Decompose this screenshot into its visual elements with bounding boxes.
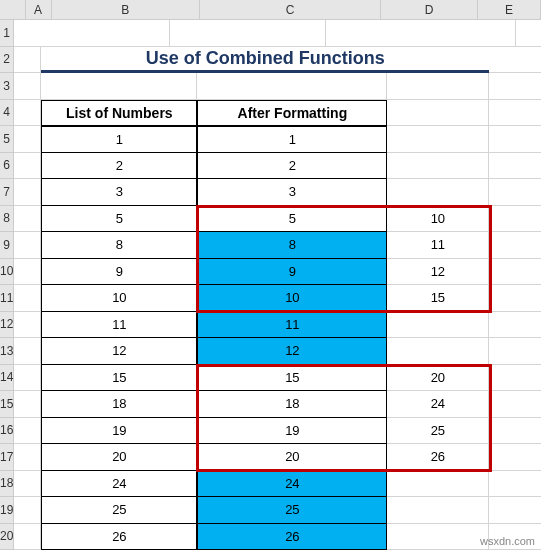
cell-B8[interactable]: 5 [41,206,197,233]
cell-E10[interactable] [489,259,541,286]
cell-D20[interactable] [387,524,489,551]
cell-D6[interactable] [387,153,489,180]
cell-E12[interactable] [489,312,541,339]
cell-D4[interactable] [387,100,489,127]
cell-E13[interactable] [489,338,541,365]
cell-A12[interactable] [14,312,41,339]
cell-E8[interactable] [489,206,541,233]
cell-C13[interactable]: 12 [197,338,387,365]
row-header-7[interactable]: 7 [0,179,13,206]
cell-D8[interactable]: 10 [387,206,489,233]
cell-A5[interactable] [14,126,41,153]
cell-D19[interactable] [387,497,489,524]
cell-C12[interactable]: 11 [197,312,387,339]
cell-E7[interactable] [489,179,541,206]
row-header-9[interactable]: 9 [0,232,13,259]
header-list-of-numbers[interactable]: List of Numbers [41,100,197,127]
cell-E18[interactable] [489,471,541,498]
cell-B16[interactable]: 19 [41,418,197,445]
cell-B14[interactable]: 15 [41,365,197,392]
cell-E19[interactable] [489,497,541,524]
cell-B9[interactable]: 8 [41,232,197,259]
cell-A2[interactable] [14,47,41,74]
cell-E11[interactable] [489,285,541,312]
cell-A16[interactable] [14,418,41,445]
cell-C10[interactable]: 9 [197,259,387,286]
row-header-10[interactable]: 10 [0,259,13,286]
cell-C5[interactable]: 1 [197,126,387,153]
cell-A4[interactable] [14,100,41,127]
row-header-6[interactable]: 6 [0,153,13,180]
cell-E3[interactable] [489,73,541,100]
cell-B15[interactable]: 18 [41,391,197,418]
cell-D14[interactable]: 20 [387,365,489,392]
col-header-C[interactable]: C [200,0,381,19]
cell-A20[interactable] [14,524,41,551]
cell-E16[interactable] [489,418,541,445]
col-header-B[interactable]: B [52,0,201,19]
cell-D17[interactable]: 26 [387,444,489,471]
row-header-3[interactable]: 3 [0,73,13,100]
cell-D18[interactable] [387,471,489,498]
cell-C3[interactable] [197,73,387,100]
row-header-13[interactable]: 13 [0,338,13,365]
cell-C1[interactable] [326,20,516,47]
cell-B1[interactable] [170,20,326,47]
col-header-A[interactable]: A [26,0,52,19]
corner-cell[interactable] [0,0,26,19]
cell-C16[interactable]: 19 [197,418,387,445]
row-header-8[interactable]: 8 [0,206,13,233]
cell-E14[interactable] [489,365,541,392]
cell-C20[interactable]: 26 [197,524,387,551]
row-header-4[interactable]: 4 [0,100,13,127]
cell-A10[interactable] [14,259,41,286]
row-header-16[interactable]: 16 [0,418,13,445]
cell-B11[interactable]: 10 [41,285,197,312]
cell-D13[interactable] [387,338,489,365]
cell-A17[interactable] [14,444,41,471]
cell-C14[interactable]: 15 [197,365,387,392]
cell-B5[interactable]: 1 [41,126,197,153]
cell-C11[interactable]: 10 [197,285,387,312]
cell-C19[interactable]: 25 [197,497,387,524]
spreadsheet-grid[interactable]: A B C D E 123456789101112131415161718192… [0,0,541,550]
header-after-formatting[interactable]: After Formatting [197,100,387,127]
row-header-12[interactable]: 12 [0,312,13,339]
row-header-15[interactable]: 15 [0,391,13,418]
cell-D11[interactable]: 15 [387,285,489,312]
cell-B12[interactable]: 11 [41,312,197,339]
cell-A3[interactable] [14,73,41,100]
cell-D3[interactable] [387,73,489,100]
cell-B6[interactable]: 2 [41,153,197,180]
cell-E5[interactable] [489,126,541,153]
cell-A18[interactable] [14,471,41,498]
cell-D1[interactable] [516,20,541,47]
cell-C6[interactable]: 2 [197,153,387,180]
row-header-11[interactable]: 11 [0,285,13,312]
cell-A1[interactable] [14,20,170,47]
row-header-20[interactable]: 20 [0,524,13,551]
cell-E6[interactable] [489,153,541,180]
cell-E4[interactable] [489,100,541,127]
cell-B17[interactable]: 20 [41,444,197,471]
cell-B10[interactable]: 9 [41,259,197,286]
row-header-2[interactable]: 2 [0,47,13,74]
cell-D9[interactable]: 11 [387,232,489,259]
cell-A14[interactable] [14,365,41,392]
cell-A7[interactable] [14,179,41,206]
row-header-14[interactable]: 14 [0,365,13,392]
cell-A11[interactable] [14,285,41,312]
cell-C8[interactable]: 5 [197,206,387,233]
cell-E17[interactable] [489,444,541,471]
cell-C9[interactable]: 8 [197,232,387,259]
cell-D7[interactable] [387,179,489,206]
row-header-18[interactable]: 18 [0,471,13,498]
col-header-E[interactable]: E [478,0,541,19]
cell-D15[interactable]: 24 [387,391,489,418]
cell-D16[interactable]: 25 [387,418,489,445]
cell-B20[interactable]: 26 [41,524,197,551]
cell-B19[interactable]: 25 [41,497,197,524]
cell-C7[interactable]: 3 [197,179,387,206]
cell-A6[interactable] [14,153,41,180]
cell-D5[interactable] [387,126,489,153]
